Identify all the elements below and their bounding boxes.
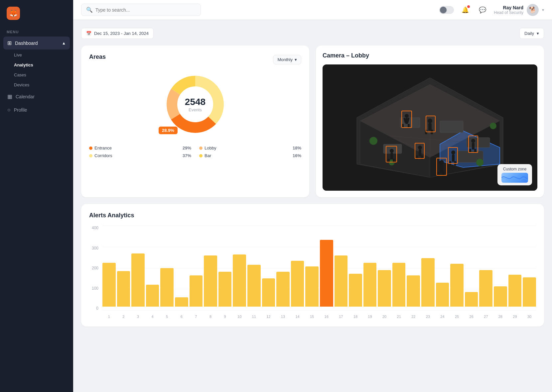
areas-card-header: Areas Monthly ▾ bbox=[89, 53, 301, 66]
donut-chart: 2548 Events 28.9% bbox=[162, 71, 228, 138]
dashboard-icon: ⊞ bbox=[7, 40, 12, 46]
sidebar: 🦊 MENU ⊞ Dashboard ▲ Live Analytics Case… bbox=[0, 0, 73, 392]
sidebar-item-label: Dashboard bbox=[15, 41, 38, 46]
x-label-17: 17 bbox=[335, 315, 348, 319]
bar-20 bbox=[378, 270, 391, 307]
bar-19 bbox=[363, 263, 377, 307]
user-chevron-icon[interactable]: ▾ bbox=[542, 8, 544, 12]
profile-icon: ○ bbox=[7, 107, 11, 113]
legend-item-lobby: Lobby 18% bbox=[199, 146, 301, 150]
bar-item-12 bbox=[262, 226, 275, 307]
bar-item-13 bbox=[276, 226, 290, 307]
custom-zone-label: Custom zone bbox=[503, 167, 527, 171]
bar-item-20 bbox=[378, 226, 391, 307]
monthly-filter-button[interactable]: Monthly ▾ bbox=[273, 55, 301, 64]
svg-point-14 bbox=[490, 123, 496, 129]
sidebar-item-live[interactable]: Live bbox=[10, 50, 70, 60]
sidebar-item-calendar[interactable]: ▦ Calendar bbox=[3, 90, 70, 103]
bar-8 bbox=[204, 255, 217, 307]
legend-pct-lobby: 18% bbox=[293, 146, 301, 150]
bar-item-29 bbox=[508, 226, 522, 307]
daily-dropdown[interactable]: Daily ▾ bbox=[519, 28, 544, 39]
bar-12 bbox=[262, 278, 275, 307]
bar-item-24 bbox=[436, 226, 449, 307]
legend-dot-entrance bbox=[89, 147, 92, 150]
x-label-7: 7 bbox=[190, 315, 203, 319]
bar-11 bbox=[247, 265, 261, 307]
camera-card: Camera – Lobby bbox=[316, 46, 544, 197]
sidebar-item-devices[interactable]: Devices bbox=[10, 80, 70, 90]
avatar: 🐕 bbox=[527, 4, 539, 16]
logo-icon: 🦊 bbox=[7, 7, 20, 20]
bar-item-5 bbox=[160, 226, 174, 307]
svg-point-43 bbox=[439, 160, 444, 165]
calendar-icon: ▦ bbox=[7, 93, 12, 100]
legend-pct-entrance: 29% bbox=[183, 146, 191, 150]
x-label-12: 12 bbox=[262, 315, 275, 319]
monthly-label: Monthly bbox=[277, 57, 293, 62]
user-info: Ray Nard Head of Security 🐕 ▾ bbox=[494, 4, 544, 16]
x-label-15: 15 bbox=[305, 315, 319, 319]
legend-dot-bar bbox=[199, 154, 203, 157]
bar-item-6 bbox=[175, 226, 188, 307]
bar-13 bbox=[276, 272, 290, 307]
x-label-3: 3 bbox=[131, 315, 145, 319]
user-text: Ray Nard Head of Security bbox=[494, 5, 523, 15]
bar-26 bbox=[465, 292, 478, 307]
x-label-11: 11 bbox=[247, 315, 261, 319]
notifications-button[interactable]: 🔔 bbox=[459, 4, 471, 16]
toggle-switch[interactable] bbox=[439, 6, 454, 14]
sidebar-subnav: Live Analytics Cases Devices bbox=[3, 50, 70, 90]
bar-14 bbox=[291, 261, 304, 307]
y-label-100: 100 bbox=[89, 286, 98, 291]
search-bar[interactable]: 🔍 bbox=[81, 4, 201, 16]
svg-point-13 bbox=[369, 137, 377, 145]
bar-item-21 bbox=[392, 226, 406, 307]
calendar-icon-small: 📅 bbox=[86, 31, 91, 36]
search-input[interactable] bbox=[95, 7, 196, 13]
bar-15 bbox=[305, 266, 319, 307]
svg-rect-40 bbox=[452, 154, 455, 162]
y-label-300: 300 bbox=[89, 246, 98, 250]
bar-25 bbox=[450, 264, 464, 307]
bar-item-23 bbox=[421, 226, 435, 307]
bar-5 bbox=[160, 268, 174, 307]
cases-label: Cases bbox=[14, 72, 26, 77]
sidebar-item-analytics[interactable]: Analytics bbox=[10, 60, 70, 70]
bar-30 bbox=[523, 277, 536, 307]
sidebar-item-profile[interactable]: ○ Profile bbox=[3, 104, 70, 116]
date-range-button[interactable]: 📅 Dec 15, 2023 - Jan 14, 2024 bbox=[81, 28, 154, 39]
sidebar-item-cases[interactable]: Cases bbox=[10, 70, 70, 80]
bar-6 bbox=[175, 297, 188, 307]
bar-item-26 bbox=[465, 226, 478, 307]
donut-total: 2548 bbox=[185, 97, 206, 107]
y-label-200: 200 bbox=[89, 266, 98, 270]
x-label-9: 9 bbox=[218, 315, 232, 319]
main-area: 🔍 🔔 💬 Ray Nard Head of Security 🐕 bbox=[73, 0, 552, 392]
messages-button[interactable]: 💬 bbox=[477, 4, 488, 16]
date-range-label: Dec 15, 2023 - Jan 14, 2024 bbox=[94, 31, 149, 36]
x-label-16: 16 bbox=[320, 315, 333, 319]
toggle-knob bbox=[440, 7, 447, 13]
x-label-6: 6 bbox=[175, 315, 188, 319]
bar-item-22 bbox=[407, 226, 420, 307]
analytics-label: Analytics bbox=[14, 62, 33, 67]
bar-item-18 bbox=[349, 226, 362, 307]
monthly-chevron-icon: ▾ bbox=[295, 57, 297, 62]
areas-card: Areas Monthly ▾ bbox=[81, 46, 309, 197]
bar-item-17 bbox=[335, 226, 348, 307]
bar-item-25 bbox=[450, 226, 464, 307]
cards-row: Areas Monthly ▾ bbox=[81, 46, 544, 197]
legend-left: Corridors bbox=[89, 153, 112, 158]
sidebar-item-dashboard[interactable]: ⊞ Dashboard ▲ bbox=[3, 37, 70, 49]
bar-21 bbox=[392, 263, 406, 307]
bar-18 bbox=[349, 274, 362, 307]
alerts-title: Alerts Analytics bbox=[89, 212, 536, 219]
bar-item-1 bbox=[102, 226, 116, 307]
menu-label: MENU bbox=[0, 23, 73, 37]
svg-point-39 bbox=[451, 150, 455, 154]
bar-28 bbox=[494, 286, 507, 307]
calendar-label: Calendar bbox=[16, 94, 35, 99]
x-label-2: 2 bbox=[117, 315, 130, 319]
bar-item-4 bbox=[146, 226, 159, 307]
